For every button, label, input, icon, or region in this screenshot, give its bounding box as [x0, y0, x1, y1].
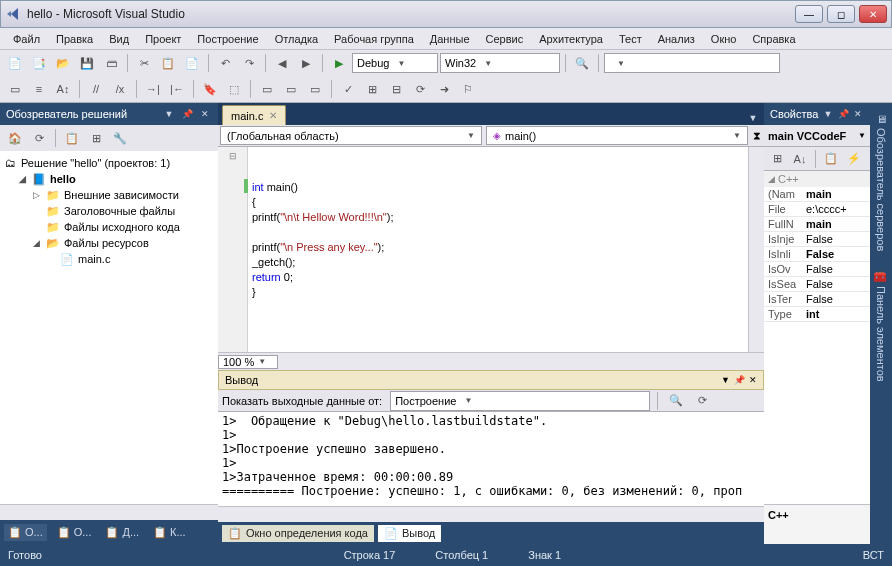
new-project-button[interactable]: 📄: [4, 52, 26, 74]
menu-Вид[interactable]: Вид: [102, 31, 136, 47]
property-category[interactable]: ◢C++: [764, 171, 870, 187]
panel-close-icon[interactable]: ✕: [853, 107, 864, 121]
zoom-combo[interactable]: 100 %▼: [218, 355, 278, 369]
save-button[interactable]: 💾: [76, 52, 98, 74]
panel-pin-icon[interactable]: 📌: [180, 107, 194, 121]
property-row[interactable]: Filee:\cccc+: [764, 202, 870, 217]
tb2-btn-11[interactable]: ▭: [280, 78, 302, 100]
prop-tb-4[interactable]: ⚡: [843, 148, 865, 170]
output-tb-2[interactable]: ⟳: [691, 390, 713, 412]
property-row[interactable]: IsSeaFalse: [764, 277, 870, 292]
panel-dropdown-icon[interactable]: ▼: [162, 107, 176, 121]
project-node[interactable]: ◢ 📘 hello: [2, 171, 216, 187]
sol-tb-3[interactable]: 📋: [61, 127, 83, 149]
menu-Построение[interactable]: Построение: [190, 31, 265, 47]
expander-icon[interactable]: ◢: [30, 237, 42, 249]
sol-bottom-tab-3[interactable]: 📋К...: [149, 524, 190, 541]
sol-bottom-tab-0[interactable]: 📋О...: [4, 524, 47, 541]
tb2-btn-3[interactable]: A↕: [52, 78, 74, 100]
scope-combo-right[interactable]: ◈ main()▼: [486, 126, 748, 145]
property-row[interactable]: (Nammain: [764, 187, 870, 202]
output-source-combo[interactable]: Построение▼: [390, 391, 650, 411]
solution-tree[interactable]: 🗂 Решение "hello" (проектов: 1) ◢ 📘 hell…: [0, 151, 218, 504]
save-all-button[interactable]: 🗃: [100, 52, 122, 74]
panel-close-icon[interactable]: ✕: [198, 107, 212, 121]
add-item-button[interactable]: 📑: [28, 52, 50, 74]
sol-bottom-tab-2[interactable]: 📋Д...: [101, 524, 143, 541]
tb2-btn-14[interactable]: ⊞: [361, 78, 383, 100]
tab-close-icon[interactable]: ✕: [269, 110, 277, 121]
output-tb-1[interactable]: 🔍: [665, 390, 687, 412]
menu-Тест[interactable]: Тест: [612, 31, 649, 47]
comment-button[interactable]: //: [85, 78, 107, 100]
code-editor[interactable]: int main() { printf("\n\t Hellow Word!!!…: [248, 147, 748, 352]
panel-dropdown-icon[interactable]: ▼: [822, 107, 833, 121]
tb2-btn-13[interactable]: ✓: [337, 78, 359, 100]
panel-pin-icon[interactable]: 📌: [838, 107, 849, 121]
output-tab-code-def[interactable]: 📋 Окно определения кода: [222, 525, 374, 542]
menu-Сервис[interactable]: Сервис: [479, 31, 531, 47]
sol-tb-1[interactable]: 🏠: [4, 127, 26, 149]
file-tab-main-c[interactable]: main.c ✕: [222, 105, 286, 125]
solution-hscroll[interactable]: [0, 504, 218, 520]
expander-icon[interactable]: ◢: [16, 173, 28, 185]
property-row[interactable]: IsOvFalse: [764, 262, 870, 277]
menu-Правка[interactable]: Правка: [49, 31, 100, 47]
indent-button[interactable]: →|: [142, 78, 164, 100]
paste-button[interactable]: 📄: [181, 52, 203, 74]
output-pin-icon[interactable]: 📌: [734, 375, 745, 385]
find-button[interactable]: 🔍: [571, 52, 593, 74]
tb2-btn-17[interactable]: ➜: [433, 78, 455, 100]
menu-Справка[interactable]: Справка: [745, 31, 802, 47]
open-button[interactable]: 📂: [52, 52, 74, 74]
menu-Окно[interactable]: Окно: [704, 31, 744, 47]
scope-combo-left[interactable]: (Глобальная область)▼: [220, 126, 482, 145]
prop-alpha-button[interactable]: A↓: [789, 148, 811, 170]
maximize-button[interactable]: ◻: [827, 5, 855, 23]
minimize-button[interactable]: —: [795, 5, 823, 23]
property-row[interactable]: IsInjeFalse: [764, 232, 870, 247]
start-debug-button[interactable]: ▶: [328, 52, 350, 74]
external-deps-node[interactable]: ▷ 📁 Внешние зависимости: [2, 187, 216, 203]
expander-icon[interactable]: ▷: [30, 189, 42, 201]
tb2-btn-12[interactable]: ▭: [304, 78, 326, 100]
nav-back-button[interactable]: ◀: [271, 52, 293, 74]
toolbox-tab[interactable]: 🧰Панель элементов: [873, 265, 890, 386]
sol-tb-2[interactable]: ⟳: [28, 127, 50, 149]
copy-button[interactable]: 📋: [157, 52, 179, 74]
bookmark-button[interactable]: 🔖: [199, 78, 221, 100]
configuration-combo[interactable]: Debug▼: [352, 53, 438, 73]
resources-node[interactable]: ◢ 📂 Файлы ресурсов: [2, 235, 216, 251]
solution-root-node[interactable]: 🗂 Решение "hello" (проектов: 1): [2, 155, 216, 171]
sol-bottom-tab-1[interactable]: 📋О...: [53, 524, 96, 541]
menu-Проект[interactable]: Проект: [138, 31, 188, 47]
menu-Отладка[interactable]: Отладка: [268, 31, 325, 47]
menu-Рабочая группа[interactable]: Рабочая группа: [327, 31, 421, 47]
tb2-btn-16[interactable]: ⟳: [409, 78, 431, 100]
sources-node[interactable]: 📁 Файлы исходного кода: [2, 219, 216, 235]
menu-Данные[interactable]: Данные: [423, 31, 477, 47]
tb2-btn-15[interactable]: ⊟: [385, 78, 407, 100]
redo-button[interactable]: ↷: [238, 52, 260, 74]
menu-Анализ[interactable]: Анализ: [651, 31, 702, 47]
file-node[interactable]: 📄 main.c: [2, 251, 216, 267]
outdent-button[interactable]: |←: [166, 78, 188, 100]
editor-vscroll[interactable]: [748, 147, 764, 352]
output-dropdown-icon[interactable]: ▼: [721, 375, 730, 385]
nav-forward-button[interactable]: ▶: [295, 52, 317, 74]
property-row[interactable]: Typeint: [764, 307, 870, 322]
property-row[interactable]: FullNmain: [764, 217, 870, 232]
output-hscroll[interactable]: [218, 506, 764, 522]
tb2-btn-2[interactable]: ≡: [28, 78, 50, 100]
menu-Архитектура[interactable]: Архитектура: [532, 31, 610, 47]
headers-node[interactable]: 📁 Заголовочные файлы: [2, 203, 216, 219]
tabstrip-dropdown-icon[interactable]: ▼: [746, 111, 760, 125]
tb2-btn-10[interactable]: ▭: [256, 78, 278, 100]
prop-tb-3[interactable]: 📋: [820, 148, 842, 170]
undo-button[interactable]: ↶: [214, 52, 236, 74]
sol-tb-4[interactable]: ⊞: [85, 127, 107, 149]
server-explorer-tab[interactable]: 🖥Обозреватель серверов: [873, 109, 889, 255]
uncomment-button[interactable]: /x: [109, 78, 131, 100]
property-row[interactable]: IsTerFalse: [764, 292, 870, 307]
output-text[interactable]: 1> Обращение к "Debug\hello.lastbuildsta…: [218, 412, 764, 506]
